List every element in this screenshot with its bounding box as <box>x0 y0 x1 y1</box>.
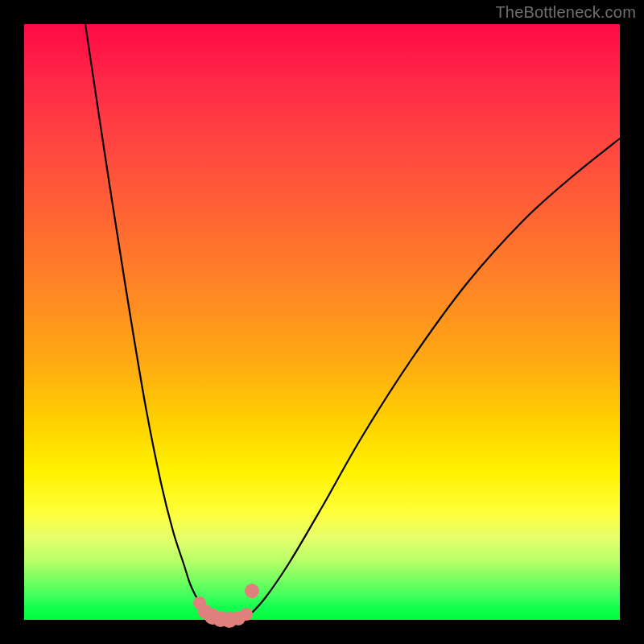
valley-dot <box>245 584 259 598</box>
chart-frame: TheBottleneck.com <box>0 0 644 644</box>
plot-area <box>24 24 620 620</box>
bottleneck-curve <box>24 24 620 620</box>
valley-dot <box>240 608 253 621</box>
curve-path <box>85 24 620 620</box>
valley-dots-group <box>193 584 259 628</box>
watermark-text: TheBottleneck.com <box>495 3 636 22</box>
